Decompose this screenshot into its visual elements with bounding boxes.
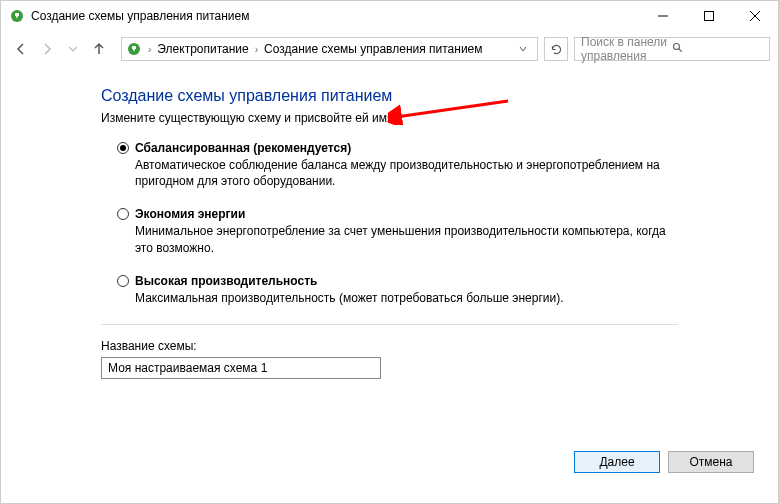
up-button[interactable] bbox=[87, 37, 111, 61]
content-area: Создание схемы управления питанием Измен… bbox=[1, 67, 778, 399]
next-button[interactable]: Далее bbox=[574, 451, 660, 473]
svg-point-8 bbox=[674, 43, 680, 49]
radio-balanced[interactable] bbox=[117, 142, 129, 154]
search-input[interactable]: Поиск в панели управления bbox=[574, 37, 770, 61]
recent-dropdown[interactable] bbox=[61, 37, 85, 61]
chevron-right-icon[interactable]: › bbox=[253, 44, 260, 55]
plan-name: Высокая производительность bbox=[135, 274, 317, 288]
plan-name: Экономия энергии bbox=[135, 207, 245, 221]
cancel-button[interactable]: Отмена bbox=[668, 451, 754, 473]
scheme-name-input[interactable] bbox=[101, 357, 381, 379]
plan-radio-row[interactable]: Экономия энергии bbox=[117, 207, 678, 221]
minimize-button[interactable] bbox=[640, 1, 686, 31]
refresh-button[interactable] bbox=[544, 37, 568, 61]
window-controls bbox=[640, 1, 778, 31]
breadcrumb-item[interactable]: Электропитание bbox=[157, 42, 248, 56]
plan-radio-row[interactable]: Сбалансированная (рекомендуется) bbox=[117, 141, 678, 155]
plan-power-saver: Экономия энергии Минимальное энергопотре… bbox=[117, 207, 678, 255]
search-placeholder: Поиск в панели управления bbox=[581, 35, 672, 63]
page-subtitle: Измените существующую схему и присвойте … bbox=[101, 111, 678, 125]
svg-rect-7 bbox=[132, 46, 136, 49]
plan-balanced: Сбалансированная (рекомендуется) Автомат… bbox=[117, 141, 678, 189]
plan-name: Сбалансированная (рекомендуется) bbox=[135, 141, 351, 155]
breadcrumb-item[interactable]: Создание схемы управления питанием bbox=[264, 42, 482, 56]
back-button[interactable] bbox=[9, 37, 33, 61]
scheme-name-label: Название схемы: bbox=[101, 339, 678, 353]
power-options-icon bbox=[9, 8, 25, 24]
radio-high-performance[interactable] bbox=[117, 275, 129, 287]
window-title: Создание схемы управления питанием bbox=[31, 9, 640, 23]
plan-radio-row[interactable]: Высокая производительность bbox=[117, 274, 678, 288]
plan-list: Сбалансированная (рекомендуется) Автомат… bbox=[101, 141, 678, 306]
plan-desc: Минимальное энергопотребление за счет ум… bbox=[135, 223, 678, 255]
breadcrumb-dropdown[interactable] bbox=[513, 44, 533, 55]
page-title: Создание схемы управления питанием bbox=[101, 87, 678, 105]
chevron-right-icon[interactable]: › bbox=[146, 44, 153, 55]
plan-high-performance: Высокая производительность Максимальная … bbox=[117, 274, 678, 306]
plan-desc: Автоматическое соблюдение баланса между … bbox=[135, 157, 678, 189]
breadcrumb[interactable]: › Электропитание › Создание схемы управл… bbox=[121, 37, 538, 61]
svg-line-9 bbox=[679, 48, 682, 51]
svg-rect-1 bbox=[15, 13, 19, 16]
close-button[interactable] bbox=[732, 1, 778, 31]
power-options-icon bbox=[126, 41, 142, 57]
search-icon bbox=[672, 42, 763, 57]
navbar: › Электропитание › Создание схемы управл… bbox=[1, 31, 778, 67]
separator bbox=[101, 324, 678, 325]
titlebar: Создание схемы управления питанием bbox=[1, 1, 778, 31]
forward-button[interactable] bbox=[35, 37, 59, 61]
footer-buttons: Далее Отмена bbox=[574, 451, 754, 473]
maximize-button[interactable] bbox=[686, 1, 732, 31]
radio-power-saver[interactable] bbox=[117, 208, 129, 220]
svg-rect-3 bbox=[705, 12, 714, 21]
plan-desc: Максимальная производительность (может п… bbox=[135, 290, 678, 306]
